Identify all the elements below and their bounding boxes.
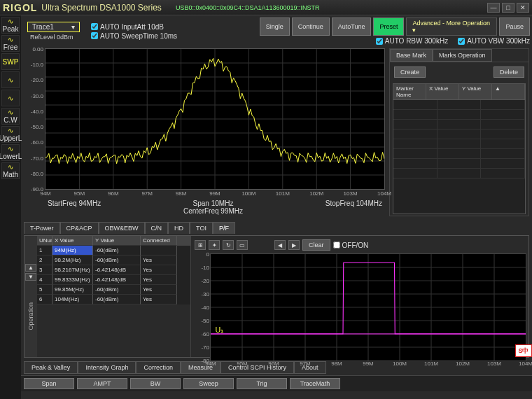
ytick: -20.0	[31, 77, 46, 83]
tool-icon-4[interactable]: ▭	[237, 240, 248, 250]
pf-table[interactable]: UNumX ValueY ValueConnected 194M(Hz)-60(…	[37, 236, 191, 357]
xtick: 99M	[209, 189, 220, 197]
bottom-bar: SpanAMPTBWSweepTrigTraceMath	[21, 375, 532, 391]
stop-freq: StopFreq 104MHz	[326, 200, 382, 215]
operation-col: ▲ ▼ Operation	[24, 236, 37, 357]
autotune-button[interactable]: AutoTune	[332, 18, 372, 36]
sidebar: ∿Peak∿FreeSWP∿∿∿C.W∿UpperL∿LowerL∿Math	[0, 15, 21, 399]
tool-icon-2[interactable]: ✦	[209, 240, 220, 250]
xtick: 96M	[108, 189, 119, 197]
pf-row[interactable]: 499.8333M(Hz)-6.42148(dBYes	[37, 275, 190, 285]
preset-button[interactable]: Preset	[373, 18, 404, 36]
botbtn-Sweep[interactable]: Sweep	[183, 378, 234, 389]
bottab-0[interactable]: Peak & Valley	[24, 361, 78, 374]
series: DSA1000 Series	[99, 3, 162, 13]
sidebar-btn-3[interactable]: ∿	[1, 71, 20, 88]
row-down[interactable]: ▼	[25, 273, 36, 281]
usb-string: USB0::0x0400::0x09C4::DSA1A113600019::IN…	[176, 4, 320, 11]
botbtn-TraceMath[interactable]: TraceMath	[290, 378, 340, 389]
pf-row[interactable]: 6104M(Hz)-60(dBm)Yes	[37, 295, 190, 304]
marker-table[interactable]: Marker NameX ValueY Value▲	[393, 83, 526, 214]
ytick: -60.0	[31, 139, 46, 146]
brand: RIGOL	[3, 2, 37, 13]
chevron-down-icon: ▾	[71, 23, 75, 31]
sidebar-btn-4[interactable]: ∿	[1, 90, 20, 106]
min-button[interactable]: —	[487, 3, 500, 13]
botbtn-BW[interactable]: BW	[130, 378, 181, 389]
single-button[interactable]: Single	[260, 18, 290, 36]
trace-select[interactable]: Trace1▾	[27, 22, 80, 32]
pause-button[interactable]: Pause	[499, 18, 530, 36]
tab-P/F[interactable]: P/F	[213, 222, 235, 234]
tool-icon-1[interactable]: ⊞	[195, 240, 206, 250]
pf-plot[interactable]: U₁ 0-10-20-30-40-50-60-70-8094M95M96M97M…	[210, 253, 526, 361]
delete-button[interactable]: Delete	[493, 66, 524, 78]
bottab-1[interactable]: Intensity Graph	[78, 361, 136, 374]
pf-row[interactable]: 298.2M(Hz)-60(dBm)Yes	[37, 255, 190, 265]
sidebar-btn-8[interactable]: ∿Math	[1, 162, 20, 179]
tab-TOI[interactable]: TOI	[190, 222, 213, 234]
ytick: -70.0	[31, 155, 46, 161]
sidebar-btn-1[interactable]: ∿Free	[1, 35, 20, 52]
create-button[interactable]: Create	[394, 66, 426, 78]
sidebar-btn-5[interactable]: ∿C.W	[1, 108, 20, 125]
operation-label: Operation	[27, 302, 34, 330]
botbtn-Span[interactable]: Span	[24, 378, 74, 389]
ytick: -40.0	[31, 108, 46, 114]
max-button[interactable]: □	[502, 3, 514, 13]
offon-check[interactable]: OFF/ON	[333, 241, 369, 249]
ytick: -80.0	[31, 170, 46, 176]
xtick: 97M	[141, 189, 153, 197]
sidebar-btn-7[interactable]: ∿LowerL	[1, 144, 20, 161]
tab-marks-operation[interactable]: Marks Operation	[433, 49, 492, 62]
tool-nav-right[interactable]: ▶	[288, 240, 300, 250]
xtick: 104M	[377, 189, 391, 197]
row-up[interactable]: ▲	[25, 264, 36, 272]
pf-row[interactable]: 194M(Hz)-60(dBm)	[37, 246, 190, 255]
auto-rbw-check[interactable]: AUTO RBW 300kHz	[376, 37, 448, 45]
tab-OBW&EBW[interactable]: OBW&EBW	[99, 222, 145, 234]
ytick: -10.0	[31, 62, 46, 68]
pf-row[interactable]: 398.2167M(Hz)-6.42148(dBYes	[37, 265, 190, 275]
advanced-menu[interactable]: Advanced - More Operation ▾	[406, 18, 497, 36]
watermark-icon: S中	[515, 344, 532, 357]
ytick: -50.0	[31, 124, 46, 130]
top-controls: Trace1▾ RefLevel 0dBm AUTO InputAtt 10dB…	[21, 15, 532, 47]
bottab-4[interactable]: Control SCPI History	[220, 361, 294, 374]
tool-nav-left[interactable]: ◀	[274, 240, 286, 250]
measure-tabs: T-PowerCP&ACPOBW&EBWC/NHDTOIP/F	[21, 220, 532, 235]
bottab-2[interactable]: Correction	[136, 361, 181, 374]
close-button[interactable]: ✕	[517, 3, 529, 13]
tab-base-mark[interactable]: Base Mark	[390, 49, 433, 62]
auto-sweeptime-check[interactable]: AUTO SweepTime 10ms	[91, 32, 177, 40]
xtick: 95M	[74, 189, 85, 197]
clear-button[interactable]: Clear	[302, 239, 330, 251]
svg-text:U₁: U₁	[215, 326, 223, 334]
xtick: 100M	[241, 189, 255, 197]
tab-T-Power[interactable]: T-Power	[24, 222, 60, 234]
botbtn-AMPT[interactable]: AMPT	[77, 378, 127, 389]
xtick: 103M	[344, 189, 358, 197]
continue-button[interactable]: Continue	[292, 18, 330, 36]
sidebar-btn-6[interactable]: ∿UpperL	[1, 126, 20, 143]
span: Span 10MHz	[193, 200, 234, 207]
auto-vbw-check[interactable]: AUTO VBW 300kHz	[458, 37, 530, 45]
xtick: 94M	[40, 189, 51, 197]
botbtn-Trig[interactable]: Trig	[237, 378, 287, 389]
product: Ultra Spectrum	[41, 3, 97, 13]
tool-icon-3[interactable]: ↻	[223, 240, 234, 250]
tab-C/N[interactable]: C/N	[145, 222, 169, 234]
xtick: 98M	[176, 189, 187, 197]
tab-HD[interactable]: HD	[168, 222, 190, 234]
spectrum-plot[interactable]: 0.00-10.0-20.0-30.0-40.0-50.0-60.0-70.0-…	[45, 48, 385, 190]
center-freq: CenterFreq 99MHz	[183, 207, 243, 215]
tab-CP&ACP[interactable]: CP&ACP	[60, 222, 99, 234]
pf-row[interactable]: 599.85M(Hz)-60(dBm)Yes	[37, 285, 190, 295]
start-freq: StartFreq 94MHz	[48, 200, 101, 215]
sidebar-btn-2[interactable]: SWP	[1, 53, 20, 70]
ytick: -30.0	[31, 92, 46, 99]
sidebar-btn-0[interactable]: ∿Peak	[1, 17, 20, 34]
xtick: 102M	[309, 189, 323, 197]
ytick: 0.00	[32, 46, 46, 52]
auto-inputatt-check[interactable]: AUTO InputAtt 10dB	[91, 23, 177, 31]
